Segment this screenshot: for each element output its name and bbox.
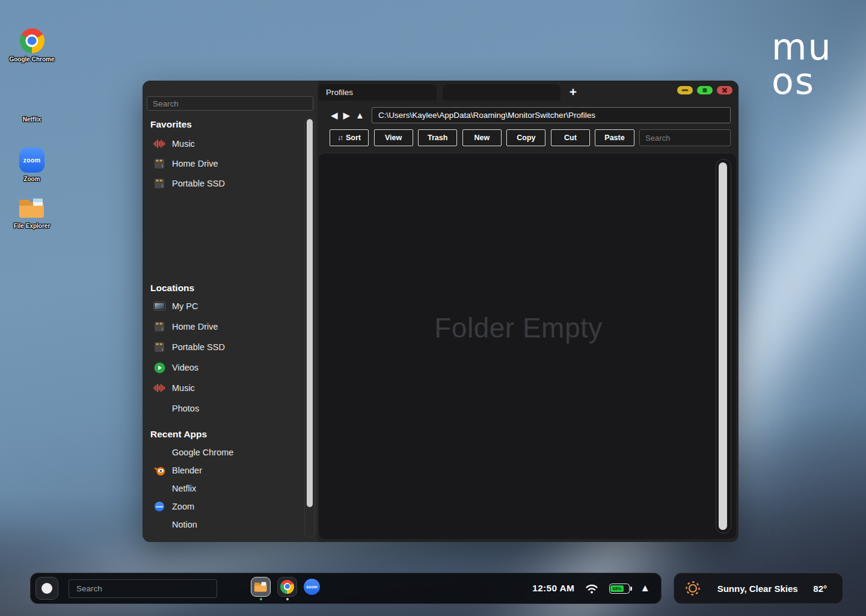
blank-icon	[153, 402, 165, 414]
drive-icon	[153, 158, 165, 170]
battery-indicator: 68%	[609, 584, 630, 594]
weather-widget[interactable]: Sunny, Clear Skies 82°	[674, 573, 843, 604]
blank-icon	[153, 482, 165, 494]
window-controls	[677, 86, 732, 94]
sort-button[interactable]: ↓↑ Sort	[330, 129, 369, 146]
music-icon	[153, 138, 165, 150]
view-button[interactable]: View	[374, 129, 413, 146]
minimize-icon	[682, 90, 689, 91]
section-title-favorites: Favorites	[150, 119, 192, 130]
blank-icon	[153, 446, 165, 458]
music-icon	[153, 382, 165, 394]
desktop-icon-chrome[interactable]: Google Chrome	[6, 28, 58, 63]
sidebar-item-portable-ssd[interactable]: Portable SSD	[143, 337, 304, 357]
taskbar-apps: zoom	[251, 573, 320, 603]
address-bar[interactable]: C:\Users\Kaylee\AppData\Roaming\MonitorS…	[372, 107, 731, 123]
chrome-icon	[280, 580, 294, 594]
tab-empty[interactable]	[443, 84, 560, 100]
window-main: Profiles + ◀ ▶ ▲ C:\Users\Kaylee\AppData…	[318, 81, 739, 542]
sidebar-scrollbar[interactable]	[304, 117, 315, 538]
section-title-recent-apps: Recent Apps	[150, 429, 207, 440]
minimize-button[interactable]	[677, 86, 693, 94]
sidebar-search-input[interactable]	[147, 96, 313, 111]
taskbar-app-chrome[interactable]	[277, 577, 297, 600]
sort-arrows-icon: ↓↑	[337, 134, 342, 142]
sidebar-item-music[interactable]: Music	[143, 134, 304, 153]
sidebar-item-blender[interactable]: Blender	[143, 461, 304, 479]
sidebar-item-home-drive[interactable]: Home Drive	[143, 153, 304, 173]
drive-icon	[153, 177, 165, 189]
folder-icon	[254, 581, 268, 593]
desktop-icon-file-explorer[interactable]: File Explorer	[6, 197, 58, 230]
sidebar-item-my-pc[interactable]: My PC	[143, 296, 304, 316]
folder-empty-message: Folder Empty	[319, 312, 718, 344]
sidebar-item-portable-ssd[interactable]: Portable SSD	[143, 173, 304, 193]
trash-button[interactable]: Trash	[418, 129, 457, 146]
taskbar-search-input[interactable]	[69, 579, 217, 598]
monitor-icon	[153, 300, 165, 312]
taskbar-app-zoom[interactable]: zoom	[304, 579, 320, 599]
videos-icon	[153, 362, 165, 374]
tab-profiles[interactable]: Profiles	[319, 84, 437, 100]
folder-search-input[interactable]	[639, 129, 731, 146]
desktop-icon-label: Google Chrome	[6, 56, 58, 63]
sidebar-item-notion[interactable]: Notion	[143, 516, 304, 534]
blender-icon	[153, 464, 165, 476]
wifi-icon	[585, 582, 599, 594]
copy-button[interactable]: Copy	[506, 129, 545, 146]
desktop-icon-netflix[interactable]: Netflix	[6, 113, 58, 123]
desktop-icon-zoom[interactable]: zoom Zoom	[6, 147, 58, 183]
sidebar-item-home-drive[interactable]: Home Drive	[143, 316, 304, 337]
weather-condition: Sunny, Clear Skies	[702, 584, 813, 594]
clock: 12:50 AM	[532, 583, 574, 594]
sidebar-item-videos[interactable]: Videos	[143, 357, 304, 378]
running-indicator	[260, 598, 262, 600]
close-button[interactable]	[717, 86, 732, 94]
paste-button[interactable]: Paste	[595, 129, 634, 146]
muos-logo: mu os	[772, 30, 832, 99]
section-title-locations: Locations	[150, 283, 194, 294]
file-explorer-window: Favorites Music Home D	[143, 81, 739, 542]
running-indicator	[286, 598, 289, 600]
taskbar: zoom 12:50 AM 68% ▲	[30, 573, 662, 604]
new-button[interactable]: New	[462, 129, 502, 146]
battery-level: 68%	[610, 585, 624, 592]
maximize-icon	[703, 88, 707, 93]
start-button[interactable]	[35, 577, 58, 600]
sidebar-item-photos[interactable]: Photos	[143, 398, 304, 419]
weather-temperature: 82°	[813, 584, 827, 594]
eject-icon[interactable]: ▲	[640, 582, 650, 594]
sun-icon	[684, 579, 702, 597]
sidebar-item-music[interactable]: Music	[143, 378, 304, 398]
new-tab-button[interactable]: +	[565, 84, 581, 100]
sidebar-item-google-chrome[interactable]: Google Chrome	[143, 443, 304, 461]
drive-icon	[153, 321, 165, 333]
start-icon	[41, 583, 52, 594]
toolbar: ↓↑ Sort View Trash New Copy Cut Paste	[318, 129, 739, 146]
content-scrollbar-thumb[interactable]	[719, 162, 727, 530]
taskbar-app-file-explorer[interactable]	[251, 577, 271, 600]
sidebar-item-netflix[interactable]: Netflix	[143, 479, 304, 497]
zoom-icon: zoom	[153, 500, 165, 513]
blank-icon	[153, 519, 165, 531]
chrome-icon	[20, 28, 45, 53]
desktop-icon-label: Netflix	[6, 116, 58, 123]
content-scrollbar[interactable]	[716, 159, 731, 534]
sidebar-item-zoom[interactable]: zoom Zoom	[143, 497, 304, 516]
cut-button[interactable]: Cut	[551, 129, 590, 146]
desktop-icon-label: File Explorer	[6, 223, 58, 230]
zoom-icon: zoom	[304, 579, 320, 595]
forward-icon[interactable]: ▶	[343, 110, 351, 121]
navigation-row: ◀ ▶ ▲ C:\Users\Kaylee\AppData\Roaming\Mo…	[318, 107, 739, 123]
folder-content-area[interactable]: Folder Empty	[319, 153, 736, 539]
up-icon[interactable]: ▲	[355, 110, 364, 120]
zoom-icon: zoom	[19, 147, 45, 173]
drive-icon	[153, 341, 165, 353]
maximize-button[interactable]	[697, 86, 713, 94]
folder-icon	[18, 197, 46, 220]
back-icon[interactable]: ◀	[331, 110, 338, 121]
sidebar-scrollbar-thumb[interactable]	[307, 119, 313, 507]
taskbar-status: 12:50 AM 68% ▲	[532, 573, 650, 603]
desktop-icon-label: Zoom	[6, 176, 58, 183]
window-sidebar: Favorites Music Home D	[143, 81, 318, 542]
